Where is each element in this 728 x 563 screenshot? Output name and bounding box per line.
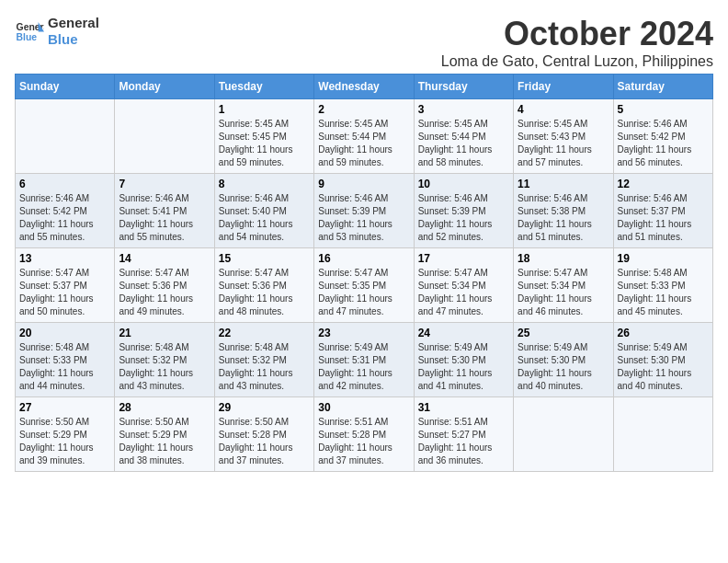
day-number: 11 — [518, 178, 609, 190]
logo-line2: Blue — [48, 31, 99, 48]
day-number: 2 — [318, 103, 409, 116]
header-cell-sunday: Sunday — [16, 75, 115, 99]
calendar-cell: 2Sunrise: 5:45 AMSunset: 5:44 PMDaylight… — [314, 99, 414, 174]
day-number: 8 — [219, 178, 310, 190]
calendar-cell: 13Sunrise: 5:47 AMSunset: 5:37 PMDayligh… — [16, 248, 115, 323]
calendar-row: 13Sunrise: 5:47 AMSunset: 5:37 PMDayligh… — [16, 248, 713, 323]
day-number: 18 — [518, 252, 609, 265]
calendar-cell: 14Sunrise: 5:47 AMSunset: 5:36 PMDayligh… — [115, 248, 214, 323]
calendar-cell: 3Sunrise: 5:45 AMSunset: 5:44 PMDaylight… — [414, 99, 513, 174]
calendar-cell: 22Sunrise: 5:48 AMSunset: 5:32 PMDayligh… — [214, 323, 313, 397]
cell-info: Sunrise: 5:47 AMSunset: 5:34 PMDaylight:… — [418, 267, 509, 318]
logo: General Blue General Blue — [15, 15, 99, 48]
day-number: 30 — [318, 401, 409, 414]
day-number: 5 — [618, 103, 709, 116]
subtitle: Loma de Gato, Central Luzon, Philippines — [441, 53, 713, 70]
day-number: 9 — [318, 178, 409, 190]
cell-info: Sunrise: 5:46 AMSunset: 5:38 PMDaylight:… — [518, 192, 609, 244]
cell-info: Sunrise: 5:47 AMSunset: 5:36 PMDaylight:… — [219, 267, 310, 318]
day-number: 1 — [219, 103, 310, 116]
calendar-cell: 15Sunrise: 5:47 AMSunset: 5:36 PMDayligh… — [214, 248, 313, 323]
day-number: 12 — [618, 178, 709, 190]
calendar-cell: 8Sunrise: 5:46 AMSunset: 5:40 PMDaylight… — [214, 174, 313, 248]
header-cell-monday: Monday — [115, 75, 214, 99]
calendar-cell: 20Sunrise: 5:48 AMSunset: 5:33 PMDayligh… — [16, 323, 115, 397]
day-number: 26 — [618, 327, 709, 339]
cell-info: Sunrise: 5:45 AMSunset: 5:43 PMDaylight:… — [518, 118, 609, 169]
day-number: 17 — [418, 252, 509, 265]
cell-info: Sunrise: 5:47 AMSunset: 5:37 PMDaylight:… — [19, 267, 110, 318]
cell-info: Sunrise: 5:51 AMSunset: 5:28 PMDaylight:… — [318, 416, 409, 467]
main-title: October 2024 — [441, 15, 713, 53]
svg-text:Blue: Blue — [17, 32, 38, 42]
calendar-cell: 16Sunrise: 5:47 AMSunset: 5:35 PMDayligh… — [314, 248, 414, 323]
cell-info: Sunrise: 5:46 AMSunset: 5:42 PMDaylight:… — [618, 118, 709, 169]
calendar-cell: 1Sunrise: 5:45 AMSunset: 5:45 PMDaylight… — [214, 99, 313, 174]
header-cell-wednesday: Wednesday — [314, 75, 414, 99]
calendar-cell: 17Sunrise: 5:47 AMSunset: 5:34 PMDayligh… — [414, 248, 513, 323]
calendar-cell: 29Sunrise: 5:50 AMSunset: 5:28 PMDayligh… — [214, 397, 313, 472]
cell-info: Sunrise: 5:46 AMSunset: 5:39 PMDaylight:… — [418, 192, 509, 244]
day-number: 31 — [418, 401, 509, 414]
cell-info: Sunrise: 5:50 AMSunset: 5:29 PMDaylight:… — [119, 416, 210, 467]
calendar-cell — [16, 99, 115, 174]
cell-info: Sunrise: 5:46 AMSunset: 5:39 PMDaylight:… — [318, 192, 409, 244]
calendar-cell — [613, 397, 712, 472]
cell-info: Sunrise: 5:50 AMSunset: 5:28 PMDaylight:… — [219, 416, 310, 467]
calendar-row: 27Sunrise: 5:50 AMSunset: 5:29 PMDayligh… — [16, 397, 713, 472]
cell-info: Sunrise: 5:46 AMSunset: 5:40 PMDaylight:… — [219, 192, 310, 244]
cell-info: Sunrise: 5:45 AMSunset: 5:45 PMDaylight:… — [219, 118, 310, 169]
calendar-cell: 23Sunrise: 5:49 AMSunset: 5:31 PMDayligh… — [314, 323, 414, 397]
calendar-cell: 27Sunrise: 5:50 AMSunset: 5:29 PMDayligh… — [16, 397, 115, 472]
day-number: 19 — [618, 252, 709, 265]
cell-info: Sunrise: 5:46 AMSunset: 5:37 PMDaylight:… — [618, 192, 709, 244]
day-number: 29 — [219, 401, 310, 414]
header-cell-tuesday: Tuesday — [214, 75, 313, 99]
day-number: 28 — [119, 401, 210, 414]
calendar-cell: 9Sunrise: 5:46 AMSunset: 5:39 PMDaylight… — [314, 174, 414, 248]
logo-line1: General — [48, 15, 99, 31]
calendar-row: 1Sunrise: 5:45 AMSunset: 5:45 PMDaylight… — [16, 99, 713, 174]
calendar-cell: 19Sunrise: 5:48 AMSunset: 5:33 PMDayligh… — [613, 248, 712, 323]
page-header: General Blue General Blue October 2024 L… — [15, 15, 713, 70]
day-number: 22 — [219, 327, 310, 339]
cell-info: Sunrise: 5:49 AMSunset: 5:31 PMDaylight:… — [318, 341, 409, 393]
cell-info: Sunrise: 5:48 AMSunset: 5:33 PMDaylight:… — [19, 341, 110, 393]
day-number: 14 — [119, 252, 210, 265]
header-cell-friday: Friday — [514, 75, 613, 99]
calendar-row: 20Sunrise: 5:48 AMSunset: 5:33 PMDayligh… — [16, 323, 713, 397]
day-number: 27 — [19, 401, 110, 414]
day-number: 3 — [418, 103, 509, 116]
cell-info: Sunrise: 5:51 AMSunset: 5:27 PMDaylight:… — [418, 416, 509, 467]
calendar-cell: 26Sunrise: 5:49 AMSunset: 5:30 PMDayligh… — [613, 323, 712, 397]
calendar-cell: 24Sunrise: 5:49 AMSunset: 5:30 PMDayligh… — [414, 323, 513, 397]
calendar-cell: 11Sunrise: 5:46 AMSunset: 5:38 PMDayligh… — [514, 174, 613, 248]
day-number: 6 — [19, 178, 110, 190]
cell-info: Sunrise: 5:45 AMSunset: 5:44 PMDaylight:… — [318, 118, 409, 169]
calendar-cell: 12Sunrise: 5:46 AMSunset: 5:37 PMDayligh… — [613, 174, 712, 248]
cell-info: Sunrise: 5:47 AMSunset: 5:35 PMDaylight:… — [318, 267, 409, 318]
day-number: 4 — [518, 103, 609, 116]
calendar-cell: 5Sunrise: 5:46 AMSunset: 5:42 PMDaylight… — [613, 99, 712, 174]
header-row: SundayMondayTuesdayWednesdayThursdayFrid… — [16, 75, 713, 99]
calendar-table: SundayMondayTuesdayWednesdayThursdayFrid… — [15, 74, 713, 472]
title-area: October 2024 Loma de Gato, Central Luzon… — [441, 15, 713, 70]
calendar-cell: 21Sunrise: 5:48 AMSunset: 5:32 PMDayligh… — [115, 323, 214, 397]
calendar-cell: 4Sunrise: 5:45 AMSunset: 5:43 PMDaylight… — [514, 99, 613, 174]
calendar-cell — [115, 99, 214, 174]
cell-info: Sunrise: 5:49 AMSunset: 5:30 PMDaylight:… — [618, 341, 709, 393]
calendar-row: 6Sunrise: 5:46 AMSunset: 5:42 PMDaylight… — [16, 174, 713, 248]
day-number: 15 — [219, 252, 310, 265]
cell-info: Sunrise: 5:47 AMSunset: 5:36 PMDaylight:… — [119, 267, 210, 318]
calendar-cell: 30Sunrise: 5:51 AMSunset: 5:28 PMDayligh… — [314, 397, 414, 472]
calendar-cell: 6Sunrise: 5:46 AMSunset: 5:42 PMDaylight… — [16, 174, 115, 248]
cell-info: Sunrise: 5:47 AMSunset: 5:34 PMDaylight:… — [518, 267, 609, 318]
cell-info: Sunrise: 5:48 AMSunset: 5:33 PMDaylight:… — [618, 267, 709, 318]
cell-info: Sunrise: 5:48 AMSunset: 5:32 PMDaylight:… — [219, 341, 310, 393]
cell-info: Sunrise: 5:50 AMSunset: 5:29 PMDaylight:… — [19, 416, 110, 467]
calendar-cell: 7Sunrise: 5:46 AMSunset: 5:41 PMDaylight… — [115, 174, 214, 248]
cell-info: Sunrise: 5:49 AMSunset: 5:30 PMDaylight:… — [518, 341, 609, 393]
calendar-cell: 25Sunrise: 5:49 AMSunset: 5:30 PMDayligh… — [514, 323, 613, 397]
calendar-cell: 18Sunrise: 5:47 AMSunset: 5:34 PMDayligh… — [514, 248, 613, 323]
day-number: 16 — [318, 252, 409, 265]
